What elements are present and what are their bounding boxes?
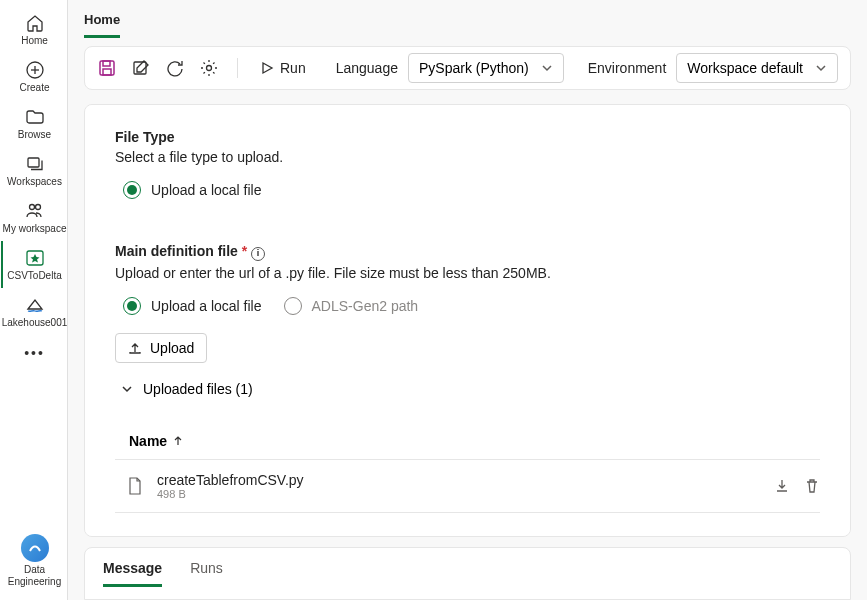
nav-more[interactable]: ••• [1, 335, 67, 371]
content-panel: File Type Select a file type to upload. … [84, 104, 851, 537]
environment-label: Environment [588, 60, 667, 76]
environment-select[interactable]: Workspace default [676, 53, 838, 83]
home-icon [25, 13, 45, 33]
folder-icon [25, 107, 45, 127]
nav-csvtodelta[interactable]: CSVToDelta [1, 241, 67, 288]
maindef-option-local[interactable]: Upload a local file [123, 297, 262, 315]
environment-value: Workspace default [687, 60, 803, 76]
column-header-name[interactable]: Name [115, 427, 820, 460]
left-nav: Home Create Browse Workspaces My workspa… [0, 0, 68, 600]
plus-circle-icon [25, 60, 45, 80]
bottom-tabs: Message Runs [84, 547, 851, 600]
uploaded-files-label: Uploaded files (1) [143, 381, 253, 397]
uploaded-files-toggle[interactable]: Uploaded files (1) [121, 381, 820, 397]
top-bar: Home [68, 0, 867, 38]
radio-label: ADLS-Gen2 path [312, 298, 419, 314]
svg-point-4 [29, 205, 34, 210]
nav-label: Data Engineering [3, 564, 67, 588]
radio-label: Upload a local file [151, 298, 262, 314]
lakehouse-icon [25, 295, 45, 315]
upload-icon [128, 341, 142, 355]
file-size: 498 B [157, 488, 762, 500]
people-icon [25, 201, 45, 221]
chevron-down-icon [121, 383, 133, 395]
maindef-option-adls[interactable]: ADLS-Gen2 path [284, 297, 419, 315]
maindef-title: Main definition file * i [115, 243, 820, 261]
nav-lakehouse[interactable]: Lakehouse001 [1, 288, 67, 335]
sort-asc-icon [173, 436, 183, 446]
nav-label: Create [19, 82, 49, 94]
tab-message[interactable]: Message [103, 560, 162, 587]
file-name: createTablefromCSV.py [157, 472, 762, 488]
radio-label: Upload a local file [151, 182, 262, 198]
radio-unchecked-icon [284, 297, 302, 315]
download-button[interactable] [774, 478, 790, 494]
file-icon [127, 477, 145, 495]
filetype-option-local[interactable]: Upload a local file [123, 181, 820, 199]
nav-workspaces[interactable]: Workspaces [1, 147, 67, 194]
divider [237, 58, 238, 78]
radio-checked-icon [123, 297, 141, 315]
svg-rect-8 [103, 61, 110, 66]
svg-rect-3 [28, 158, 39, 167]
stack-icon [25, 154, 45, 174]
nav-data-engineering[interactable]: Data Engineering [1, 527, 67, 600]
edit-button[interactable] [129, 56, 153, 80]
nav-label: Browse [18, 129, 51, 141]
run-button[interactable]: Run [254, 56, 312, 80]
svg-point-11 [207, 66, 212, 71]
nav-home[interactable]: Home [1, 6, 67, 53]
maindef-desc: Upload or enter the url of a .py file. F… [115, 265, 820, 281]
ellipsis-icon: ••• [24, 347, 45, 359]
play-icon [260, 61, 274, 75]
nav-label: Lakehouse001 [2, 317, 68, 329]
required-indicator: * [242, 243, 247, 259]
nav-label: CSVToDelta [7, 270, 61, 282]
uploaded-files-table: Name createTablefromCSV.py 498 B [115, 427, 820, 513]
delete-button[interactable] [804, 478, 820, 494]
toolbar: Run Language PySpark (Python) Environmen… [84, 46, 851, 90]
language-value: PySpark (Python) [419, 60, 529, 76]
save-button[interactable] [95, 56, 119, 80]
nav-my-workspace[interactable]: My workspace [1, 194, 67, 241]
nav-create[interactable]: Create [1, 53, 67, 100]
radio-checked-icon [123, 181, 141, 199]
run-label: Run [280, 60, 306, 76]
refresh-button[interactable] [163, 56, 187, 80]
main-area: Home Run Language PySpark (Python) Envir… [68, 0, 867, 600]
nav-label: Home [21, 35, 48, 47]
upload-button[interactable]: Upload [115, 333, 207, 363]
data-engineering-icon [21, 534, 49, 562]
nav-browse[interactable]: Browse [1, 100, 67, 147]
chevron-down-icon [541, 62, 553, 74]
upload-label: Upload [150, 340, 194, 356]
language-label: Language [336, 60, 398, 76]
filetype-title: File Type [115, 129, 820, 145]
svg-point-5 [35, 205, 40, 210]
svg-rect-9 [103, 69, 111, 75]
filetype-desc: Select a file type to upload. [115, 149, 820, 165]
svg-rect-7 [100, 61, 114, 75]
chevron-down-icon [815, 62, 827, 74]
breadcrumb-home[interactable]: Home [84, 12, 120, 38]
spark-icon [25, 248, 45, 268]
nav-label: Workspaces [7, 176, 62, 188]
info-icon[interactable]: i [251, 247, 265, 261]
tab-runs[interactable]: Runs [190, 560, 223, 587]
file-row: createTablefromCSV.py 498 B [115, 460, 820, 513]
language-select[interactable]: PySpark (Python) [408, 53, 564, 83]
nav-label: My workspace [3, 223, 67, 235]
settings-button[interactable] [197, 56, 221, 80]
